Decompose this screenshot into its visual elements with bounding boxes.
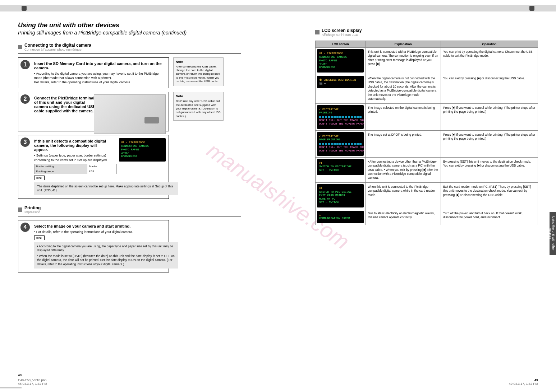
step-number-icon: 3 bbox=[20, 137, 30, 147]
footer-left: 48 E48-E53_VP10.p65 48 04.3.17, 1:32 PM bbox=[18, 373, 47, 386]
lcd-line: DPOF PRINTING bbox=[319, 138, 362, 142]
footer-right: 49 49 04.3.17, 1:32 PM bbox=[509, 378, 538, 386]
lcd-line: 4"X6" bbox=[121, 152, 164, 155]
section-lcd-header: LCD screen display Affichage sur l'écran… bbox=[315, 28, 538, 37]
lcd-line: SET → SWITCH bbox=[319, 201, 362, 205]
lcd-line: ⦿ bbox=[319, 162, 362, 165]
explanation-cell: The image selected on the digital camera… bbox=[366, 103, 441, 130]
operation-cell: Press [■] if you want to cancel while pr… bbox=[441, 130, 538, 157]
progress-bar-icon bbox=[319, 143, 362, 145]
page-number-right: 49 bbox=[534, 378, 538, 382]
table-cell: Border bbox=[87, 164, 116, 169]
table-header-row: LCD screen Explanation Operation bbox=[316, 41, 538, 48]
lcd-line: ⦿ CHECKING DESTINATION bbox=[319, 79, 362, 82]
note-2-title: Note bbox=[176, 94, 221, 99]
hint-row: HINT bbox=[34, 176, 165, 180]
table-row: ⚠COMMUNICATION ERRORDue to static electr… bbox=[316, 209, 538, 225]
footer-bar-icon bbox=[0, 387, 22, 388]
table-cell: Border setting bbox=[35, 164, 87, 169]
table-row: ⦿SWITCH TO PICTBRIDGEEXIT CARD READER MO… bbox=[316, 182, 538, 209]
lcd-line: COMMUNICATION ERROR bbox=[319, 217, 362, 220]
table-cell: P.33 bbox=[87, 169, 116, 174]
footer-file: E48-E53_VP10.p65 bbox=[18, 378, 47, 382]
step-4-body: • For details, refer to the operating in… bbox=[34, 230, 165, 234]
hint-text: The items displayed on the screen cannot… bbox=[34, 182, 178, 195]
lcd-line: SET → SWITCH bbox=[319, 169, 362, 172]
lcd-line: DON'T TOUCH THE MOVING PAPER bbox=[319, 122, 362, 126]
page-header: Using the unit with other devices Printi… bbox=[18, 22, 241, 36]
note-1-title: Note bbox=[176, 60, 221, 64]
operation-cell: Exit the card reader mode on PC. (P.51) … bbox=[441, 182, 538, 209]
explanation-cell: When this unit is connected to the PictB… bbox=[366, 182, 441, 209]
explanation-cell: This unit is connected with a PictBridge… bbox=[366, 48, 441, 74]
step-1: 1 Insert the SD Memory Card into your di… bbox=[18, 57, 169, 88]
step-2-title: Connect the PictBridge terminal of this … bbox=[34, 96, 99, 113]
lcd-cell: ⦿SWITCH TO PICTBRIDGEEXIT CARD READER MO… bbox=[316, 182, 366, 209]
explanation-cell: • After connecting a device other than a… bbox=[366, 157, 441, 182]
lcd-screen: ⦿ ✓ PICTBRIDGECONNECTING CAMERAPHOTO PAP… bbox=[317, 49, 364, 73]
operation-cell: By pressing [SET] this unit moves to the… bbox=[441, 157, 538, 182]
lcd-line: DON'T PULL OUT THE TRASH BOX bbox=[319, 146, 362, 149]
step-3: 3 If this unit detects a compatible digi… bbox=[18, 135, 169, 199]
step-number-icon: 1 bbox=[20, 60, 30, 69]
section-print-title: Printing bbox=[24, 205, 41, 210]
step-1-title: Insert the SD Memory Card into your digi… bbox=[34, 61, 165, 70]
product-photo bbox=[94, 94, 166, 134]
page-subtitle: Printing still images from a PictBridge-… bbox=[18, 30, 241, 36]
section-lcd-sub: Affichage sur l'écran LCD bbox=[322, 33, 362, 37]
top-crop-band bbox=[0, 5, 556, 11]
lcd-line: MODE ON PC bbox=[319, 197, 362, 201]
table-row: ✓ PICTBRIDGEPRINTINGDON'T PULL OUT THE T… bbox=[316, 103, 538, 130]
lcd-screen: ⦿SWITCH TO PICTBRIDGESET → SWITCH bbox=[317, 159, 364, 175]
lcd-screen: ⦿ CHECKING DESTINATION📷 ↔ bbox=[317, 76, 364, 89]
lcd-line: ✓ PICTBRIDGE bbox=[319, 108, 362, 112]
lcd-line: ⦿ ✓ PICTBRIDGE bbox=[319, 52, 362, 56]
lcd-line: PHOTO PAPER bbox=[319, 59, 362, 63]
lcd-line: ⚠ bbox=[319, 214, 362, 217]
lcd-cell: ✓ PICTBRIDGEPRINTINGDON'T PULL OUT THE T… bbox=[316, 103, 366, 130]
step-number-icon: 2 bbox=[20, 94, 30, 104]
lcd-line: DON'T PULL OUT THE TRASH BOX bbox=[319, 119, 362, 122]
section-connect-header: Connecting to the digital camera Connexi… bbox=[18, 43, 241, 51]
step-4-title: Select the image on your camera and star… bbox=[34, 224, 165, 228]
step-3-body: • Settings (paper type, paper size, bord… bbox=[34, 153, 113, 162]
lcd-line: CONNECTING CAMERA bbox=[121, 145, 164, 148]
section-marker-icon bbox=[18, 207, 22, 212]
step-1-body-1: • According to the digital camera you ar… bbox=[34, 71, 165, 80]
operation-cell: You can exit by pressing [■] or disconne… bbox=[441, 74, 538, 103]
table-row: ⦿ CHECKING DESTINATION📷 ↔When the digita… bbox=[316, 74, 538, 103]
lcd-line: SWITCH TO PICTBRIDGE bbox=[319, 165, 362, 169]
step-3-title: If this unit detects a compatible digita… bbox=[34, 139, 106, 152]
section-print-header: Printing Impression bbox=[18, 205, 241, 214]
hint-icon: HINT bbox=[34, 176, 45, 180]
lcd-line: CONNECTING CAMERA bbox=[319, 56, 362, 59]
lcd-cell: ✓ PICTBRIDGEDPOF PRINTINGDON'T PULL OUT … bbox=[316, 130, 366, 157]
table-row: ✓ PICTBRIDGEDPOF PRINTINGDON'T PULL OUT … bbox=[316, 130, 538, 157]
lcd-cell: ⦿ CHECKING DESTINATION📷 ↔ bbox=[316, 74, 366, 103]
lcd-line: PRINTING bbox=[319, 111, 362, 115]
page-number-left: 48 bbox=[18, 373, 22, 377]
lcd-cell: ⦿ ✓ PICTBRIDGECONNECTING CAMERAPHOTO PAP… bbox=[316, 48, 366, 74]
lcd-line: BORDERLESS bbox=[121, 155, 164, 159]
step-1-body-2: For details, refer to the operating inst… bbox=[34, 80, 165, 84]
section-marker-icon bbox=[18, 45, 22, 49]
th-operation: Operation bbox=[441, 41, 538, 48]
note-2-body: Don't use any other USB cable but the de… bbox=[176, 99, 221, 118]
divider bbox=[18, 53, 241, 54]
explanation-cell: The image set at DPOF is being printed. bbox=[366, 130, 441, 157]
grey-note-line: • According to the digital camera you ar… bbox=[37, 244, 175, 253]
lcd-screen: ✓ PICTBRIDGEPRINTINGDON'T PULL OUT THE T… bbox=[317, 105, 364, 129]
page-right: LCD screen display Affichage sur l'écran… bbox=[315, 22, 538, 373]
lcd-line: 4"X6" bbox=[319, 62, 362, 66]
explanation-cell: When the digital camera is not connected… bbox=[366, 74, 441, 103]
step-2: 2 Connect the PictBridge terminal of thi… bbox=[18, 92, 169, 131]
section-connect-title: Connecting to the digital camera bbox=[24, 43, 91, 48]
page-title: Using the unit with other devices bbox=[18, 22, 241, 29]
section-lcd-title: LCD screen display bbox=[322, 28, 362, 33]
operation-cell: Turn off the power, and turn it back on.… bbox=[441, 209, 538, 225]
section-connect-sub: Connexion à l'appareil photo numérique bbox=[24, 48, 91, 51]
divider bbox=[315, 39, 538, 39]
lcd-screen: ⦿ ✓ PICTBRIDGE CONNECTING CAMERA PHOTO P… bbox=[119, 138, 166, 162]
lcd-line: DON'T TOUCH THE MOVING PAPER bbox=[319, 149, 362, 153]
th-explanation: Explanation bbox=[366, 41, 441, 48]
